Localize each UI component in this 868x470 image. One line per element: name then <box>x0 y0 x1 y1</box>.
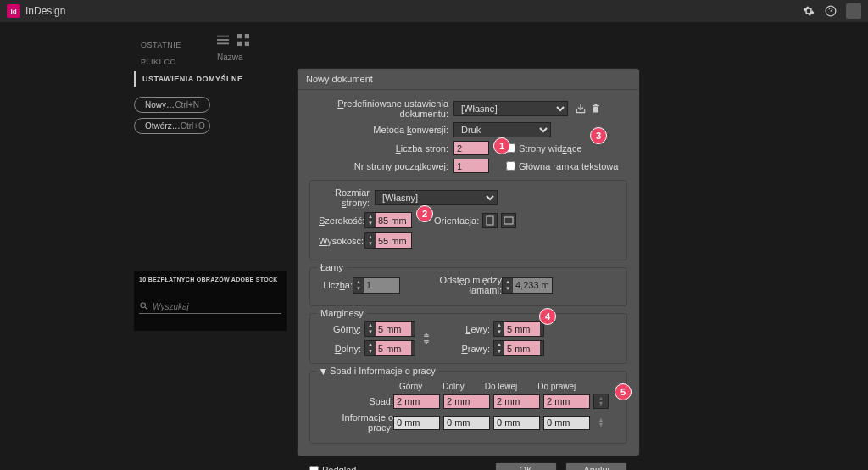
new-document-dialog: Nowy dokument PPredefiniowane ustawienia… <box>297 68 640 456</box>
preset-select[interactable]: [Własne] <box>453 101 568 116</box>
col-right: Do prawej <box>537 382 576 391</box>
col-left: Do lewej <box>485 382 517 391</box>
margin-right-input[interactable] <box>504 341 540 355</box>
preview-checkbox[interactable] <box>309 466 319 471</box>
col-count-label: Liczba: <box>319 280 353 290</box>
columns-legend: Łamy <box>317 262 347 272</box>
method-label: Metoda konwersji: <box>309 125 453 135</box>
margin-left-input[interactable] <box>504 322 540 336</box>
annotation-badge-5: 5 <box>615 383 632 400</box>
columns-group: Łamy Liczba: ▲▼ Odstęp między łamami: ▲▼ <box>309 267 627 306</box>
gutter-input[interactable] <box>513 278 552 293</box>
margins-group: Marginesy Górny: ▲▼ Lewy: ▲▼ Dolny: ▲▼ P… <box>309 313 627 364</box>
start-sidebar: OSTATNIE PLIKI CC USTAWIENIA DOMYŚLNE No… <box>134 37 287 134</box>
col-top: Górny <box>399 382 422 391</box>
page-size-group: Rozmiar strony: [Własny] Szerokość: ▲▼ O… <box>309 180 627 260</box>
width-spinner[interactable]: ▲▼ <box>364 212 412 228</box>
margin-bottom-label: Dolny: <box>319 344 361 354</box>
help-icon[interactable] <box>824 4 837 18</box>
new-button-label: Nowy… <box>145 100 175 109</box>
annotation-badge-2: 2 <box>416 205 433 222</box>
open-button-shortcut: Ctrl+O <box>181 121 205 131</box>
new-button[interactable]: Nowy… Ctrl+N <box>134 97 210 113</box>
gear-icon[interactable] <box>802 4 815 18</box>
bleed-legend: ▶Spad i Informacje o pracy <box>317 366 439 376</box>
height-label: Wysokość: <box>319 236 359 246</box>
svg-rect-8 <box>487 216 493 225</box>
pagesize-label: Rozmiar strony: <box>319 187 370 208</box>
width-input[interactable] <box>376 213 411 227</box>
delete-preset-icon[interactable] <box>588 101 604 116</box>
svg-rect-9 <box>504 217 513 224</box>
bleed-label: Spad: <box>319 396 393 406</box>
bleed-group: ▶Spad i Informacje o pracy Górny Dolny D… <box>309 371 627 444</box>
link-bleed-icon[interactable] <box>593 394 609 409</box>
pages-label: Liczba stron: <box>309 143 453 154</box>
link-margins-icon[interactable] <box>419 331 434 346</box>
user-icon[interactable] <box>846 3 861 19</box>
pages-input[interactable] <box>453 141 489 155</box>
bleed-top-input[interactable] <box>393 394 440 409</box>
slug-label: Informacje o pracy: <box>319 412 393 433</box>
stock-headline: 10 BEZPŁATNYCH OBRAZÓW ADOBE STOCK <box>139 277 281 283</box>
annotation-badge-1: 1 <box>493 137 510 154</box>
stock-search-input[interactable] <box>153 302 263 311</box>
col-bottom: Dolny <box>442 382 465 391</box>
annotation-badge-4: 4 <box>539 308 556 325</box>
startpage-input[interactable] <box>453 159 489 173</box>
facing-pages-label: Strony widzące <box>519 143 582 154</box>
tab-recent[interactable]: OSTATNIE <box>134 37 287 53</box>
workspace: Nazwa OSTATNIE PLIKI CC USTAWIENIA DOMYŚ… <box>0 22 868 470</box>
orientation-portrait[interactable] <box>482 213 498 228</box>
method-select[interactable]: Druk <box>453 122 551 137</box>
bleed-left-input[interactable] <box>493 394 540 409</box>
margins-legend: Marginesy <box>317 308 367 318</box>
titlebar: Id InDesign <box>0 0 868 22</box>
orientation-landscape[interactable] <box>501 213 516 228</box>
slug-top-input[interactable] <box>393 416 440 430</box>
new-button-shortcut: Ctrl+N <box>175 100 199 109</box>
search-icon <box>139 301 149 311</box>
app-icon: Id <box>7 4 20 18</box>
slug-bottom-input[interactable] <box>443 416 490 430</box>
startpage-label: Nr strony początkowej: <box>309 161 453 171</box>
stock-promo: 10 BEZPŁATNYCH OBRAZÓW ADOBE STOCK <box>134 271 287 331</box>
slug-right-input[interactable] <box>543 416 590 430</box>
primary-textframe-checkbox[interactable] <box>506 161 515 171</box>
margin-top-label: Górny: <box>319 324 361 334</box>
slug-left-input[interactable] <box>493 416 540 430</box>
orientation-label: Orientacja: <box>434 215 479 226</box>
pagesize-select[interactable]: [Własny] <box>375 190 498 205</box>
margin-bottom-spinner[interactable]: ▲▼ <box>364 340 415 356</box>
bleed-right-input[interactable] <box>543 394 590 409</box>
gutter-label: Odstęp między łamami: <box>409 275 502 295</box>
dialog-title: Nowy dokument <box>298 69 639 90</box>
gutter-spinner[interactable]: ▲▼ <box>502 277 553 294</box>
stock-search[interactable] <box>139 299 281 314</box>
margin-bottom-input[interactable] <box>376 341 411 355</box>
height-input[interactable] <box>376 233 411 248</box>
ok-button[interactable]: OK <box>495 462 558 470</box>
bleed-bottom-input[interactable] <box>443 394 490 409</box>
collapse-icon[interactable]: ▶ <box>320 369 328 375</box>
margin-top-input[interactable] <box>376 322 411 336</box>
preview-label: Podgląd <box>322 465 356 470</box>
annotation-badge-3: 3 <box>590 127 607 144</box>
col-count-input[interactable] <box>364 278 399 293</box>
tab-presets[interactable]: USTAWIENIA DOMYŚLNE <box>134 71 287 87</box>
tab-cc-files[interactable]: PLIKI CC <box>134 54 287 70</box>
col-count-spinner[interactable]: ▲▼ <box>353 277 400 294</box>
margin-top-spinner[interactable]: ▲▼ <box>364 321 415 337</box>
preset-label: PPredefiniowane ustawienia dokumentu:red… <box>309 98 453 119</box>
margin-left-spinner[interactable]: ▲▼ <box>493 321 544 337</box>
cancel-button[interactable]: Anuluj <box>565 462 627 470</box>
open-button-label: Otwórz… <box>145 121 181 131</box>
save-preset-icon[interactable] <box>573 101 588 116</box>
open-button[interactable]: Otwórz… Ctrl+O <box>134 118 210 134</box>
primary-textframe-label: Główna ramka tekstowa <box>519 161 618 171</box>
height-spinner[interactable]: ▲▼ <box>364 232 412 249</box>
link-slug-icon[interactable] <box>593 415 609 430</box>
width-label: Szerokość: <box>319 215 359 226</box>
margin-right-spinner[interactable]: ▲▼ <box>493 340 544 356</box>
margin-right-label: Prawy: <box>448 344 490 354</box>
